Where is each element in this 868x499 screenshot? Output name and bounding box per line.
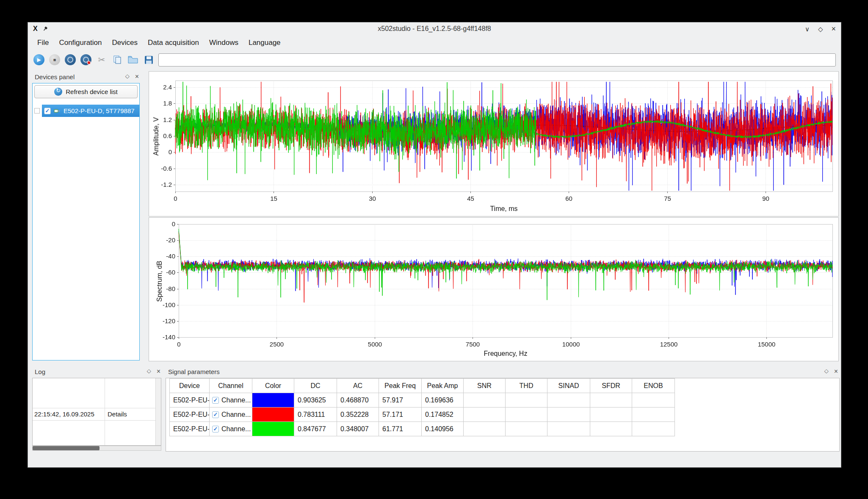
play-icon: ▶: [37, 57, 41, 62]
stop-button[interactable]: ■: [49, 54, 61, 66]
cell-channel: ✓Channe...: [210, 408, 252, 422]
scissors-icon: ✂: [98, 55, 105, 64]
pin-icon[interactable]: [42, 26, 48, 32]
log-panel: Log ◇ × 22:15:42, 16.09.2025 Details: [31, 366, 163, 453]
disconnect-button[interactable]: [80, 54, 92, 66]
refresh-device-list-button[interactable]: ↻ Refresh device list: [34, 85, 138, 98]
signal-parameters-table: Device Channel Color DC AC Peak Freq Pea…: [169, 378, 675, 436]
log-entry-details[interactable]: Details: [108, 408, 127, 420]
col-enob: ENOB: [632, 379, 675, 393]
menubar: File Configuration Devices Data acquisit…: [28, 35, 841, 50]
titlebar: x502studio - E16_v1.2.5-68-g4ff148f8 X ∨…: [28, 22, 841, 35]
refresh-icon: ↻: [54, 88, 62, 96]
time-x-axis-label: Time, ms: [175, 205, 832, 213]
cell-peak-amp: 0.169636: [422, 393, 464, 408]
cut-button[interactable]: ✂: [96, 54, 108, 66]
devices-panel-title: Devices panel: [31, 73, 75, 80]
stop-icon: ■: [53, 58, 56, 62]
close-panel-icon[interactable]: ×: [834, 368, 838, 375]
signal-parameters-panel: Signal parameters ◇ × Device: [164, 366, 841, 453]
tree-toggle-box[interactable]: [34, 108, 40, 114]
table-row: E502-P-EU-... ✓Channe... 0.903625 0.4688…: [170, 393, 675, 408]
table-row: E502-P-EU-... ✓Channe... 0.783111 0.3522…: [170, 408, 675, 422]
cell-ac: 0.352228: [337, 408, 379, 422]
menu-devices[interactable]: Devices: [107, 36, 143, 49]
app-window: x502studio - E16_v1.2.5-68-g4ff148f8 X ∨…: [28, 22, 841, 468]
channel-checkbox[interactable]: ✓: [212, 397, 219, 404]
app-icon: X: [33, 25, 38, 33]
col-sinad: SINAD: [547, 379, 590, 393]
log-entry-timestamp: 22:15:42, 16.09.2025: [34, 408, 94, 420]
col-peak-freq: Peak Freq: [379, 379, 422, 393]
close-button[interactable]: ×: [831, 25, 836, 33]
table-header-row: Device Channel Color DC AC Peak Freq Pea…: [170, 379, 675, 393]
log-scrollbar-thumb[interactable]: [33, 446, 100, 450]
devices-panel: Devices panel ◇ × ↻ Refresh device list …: [31, 71, 142, 363]
cell-peak-freq: 61.771: [379, 422, 422, 436]
device-checkbox[interactable]: ✓: [44, 108, 51, 114]
col-thd: THD: [506, 379, 547, 393]
cell-dc: 0.783111: [294, 408, 337, 422]
channel-checkbox[interactable]: ✓: [212, 411, 219, 418]
window-title: x502studio - E16_v1.2.5-68-g4ff148f8: [28, 25, 841, 33]
cell-channel: ✓Channe...: [210, 393, 252, 408]
log-vertical-scrollbar[interactable]: [155, 378, 161, 445]
cell-channel: ✓Channe...: [210, 422, 252, 436]
connect-button[interactable]: [64, 54, 76, 66]
float-panel-icon[interactable]: ◇: [147, 368, 151, 375]
open-folder-button[interactable]: [127, 54, 139, 66]
cell-peak-freq: 57.917: [379, 393, 422, 408]
device-item-selected[interactable]: ✓ E502-P-EU-D, 5T779887: [42, 105, 139, 117]
desktop: x502studio - E16_v1.2.5-68-g4ff148f8 X ∨…: [0, 0, 868, 499]
device-tree: ↻ Refresh device list ✓ E502-P-EU-D, 5T7…: [32, 83, 140, 360]
cell-ac: 0.348007: [337, 422, 379, 436]
log-panel-header: Log ◇ ×: [31, 366, 163, 377]
cell-device: E502-P-EU-...: [170, 393, 210, 408]
shade-button[interactable]: ∨: [805, 26, 810, 32]
signal-parameters-header: Signal parameters ◇ ×: [164, 366, 841, 377]
col-snr: SNR: [464, 379, 506, 393]
cell-peak-amp: 0.140956: [422, 422, 464, 436]
time-chart-panel: Time, ms Amplitude, V: [149, 71, 839, 216]
channel-checkbox[interactable]: ✓: [212, 426, 219, 432]
col-dc: DC: [294, 379, 337, 393]
menu-windows[interactable]: Windows: [204, 36, 243, 49]
col-color: Color: [252, 379, 294, 393]
menu-data-acquisition[interactable]: Data acquisition: [143, 36, 204, 49]
start-button[interactable]: ▶: [33, 54, 45, 66]
color-swatch: [252, 422, 294, 436]
device-tree-row[interactable]: ✓ E502-P-EU-D, 5T779887: [33, 105, 139, 117]
globe-stop-icon: [80, 54, 91, 65]
log-horizontal-scrollbar[interactable]: [32, 446, 161, 451]
refresh-label: Refresh device list: [66, 88, 118, 95]
copy-button[interactable]: [111, 54, 123, 66]
save-button[interactable]: [143, 54, 155, 66]
col-ac: AC: [337, 379, 379, 393]
cell-peak-freq: 57.171: [379, 408, 422, 422]
cell-dc: 0.847677: [294, 422, 337, 436]
toolbar-input[interactable]: [158, 53, 836, 67]
spectrum-x-axis-label: Frequency, Hz: [179, 350, 832, 358]
close-panel-icon[interactable]: ×: [135, 73, 139, 80]
copy-icon: [113, 55, 122, 64]
cell-ac: 0.468870: [337, 393, 379, 408]
maximize-button[interactable]: ◇: [818, 26, 823, 32]
menu-language[interactable]: Language: [243, 36, 286, 49]
cell-dc: 0.903625: [294, 393, 337, 408]
color-swatch: [252, 393, 294, 408]
float-panel-icon[interactable]: ◇: [824, 368, 829, 375]
folder-icon: [128, 55, 138, 64]
signal-parameters-title: Signal parameters: [164, 368, 220, 375]
float-panel-icon[interactable]: ◇: [125, 73, 130, 80]
devices-panel-header: Devices panel ◇ ×: [31, 71, 142, 82]
menu-configuration[interactable]: Configuration: [54, 36, 107, 49]
globe-icon: [65, 54, 76, 65]
cell-device: E502-P-EU-...: [170, 422, 210, 436]
cell-peak-amp: 0.174852: [422, 408, 464, 422]
menu-file[interactable]: File: [32, 36, 54, 49]
log-table: 22:15:42, 16.09.2025 Details: [32, 378, 161, 446]
col-peak-amp: Peak Amp: [422, 379, 464, 393]
color-swatch: [252, 408, 294, 422]
close-panel-icon[interactable]: ×: [157, 368, 160, 375]
device-plug-icon: [54, 108, 61, 114]
